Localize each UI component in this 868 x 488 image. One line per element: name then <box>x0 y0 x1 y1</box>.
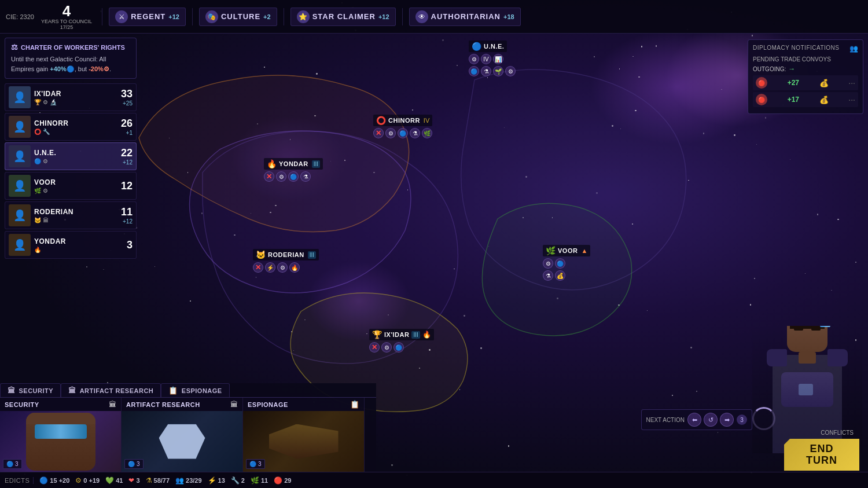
artifact-card-icon: 🏛 <box>230 400 238 409</box>
une-bonus: +12 <box>123 159 133 166</box>
voor-a4: 💰 <box>555 270 565 281</box>
chinorr-icons: ⭕ 🔧 <box>34 129 117 135</box>
security-visor <box>35 424 87 439</box>
espionage-tab-label: ESPIONAGE <box>182 387 222 394</box>
end-turn-button[interactable]: ENDTURN <box>784 439 859 471</box>
chinorr-map-icon: ⭕ <box>376 116 386 125</box>
voor-score: 12 <box>121 180 133 192</box>
industry-stat-val: 0 +19 <box>83 477 100 484</box>
faction-authoritarian[interactable]: 👁 AUTHORITARIAN +18 <box>409 8 521 26</box>
action-6: 🌱 <box>493 66 503 76</box>
yondar-a3: 🔵 <box>288 171 299 182</box>
next-action-prev[interactable]: ⬅ <box>687 413 701 427</box>
une-info: U.N.E. 🔵 ⚙ <box>34 149 117 164</box>
separator-4 <box>402 8 403 25</box>
leader-row-voor[interactable]: 👤 VOOR 🌿 ⚙ 12 <box>5 172 137 200</box>
artifact-badge: 🔵 3 <box>124 459 144 469</box>
chinorr-bonus: +1 <box>126 130 133 136</box>
trade-empire-2: 🔴 <box>756 94 767 105</box>
chinorr-a5: 🌿 <box>422 128 432 138</box>
map-label-une[interactable]: 🔵 U.N.E. ⚙ IV 📊 🔵 ⚗ 🌱 ⚙ <box>469 41 516 76</box>
ixidar-fire: 🔥 <box>422 331 431 339</box>
artifact-tab-label: ARTIFACT RESEARCH <box>80 387 154 394</box>
stat-industry: ⚙ 0 +19 <box>75 476 100 485</box>
ixidar-score-wrap: 33 +25 <box>121 88 133 107</box>
regent-bonus: +12 <box>168 13 179 20</box>
next-action-buttons: ⬅ ↺ ➡ <box>687 413 734 427</box>
trade-dots-1[interactable]: ··· <box>848 78 855 87</box>
leader-row-yondar[interactable]: 👤 YONDAR 🔥 3 <box>5 231 137 259</box>
authoritarian-icon: 👁 <box>415 10 428 23</box>
map-label-yondar[interactable]: 🔥 YONDAR III ✕ ⚙ 🔵 ⚗ <box>264 158 323 182</box>
faction-culture[interactable]: 🎭 CULTURE +2 <box>199 8 277 26</box>
roderian-map-name: RODERIAN <box>268 251 304 258</box>
voor-a1: ⚙ <box>543 258 553 269</box>
leader-row-ixidar[interactable]: 👤 IX'IDAR 🏆 ⚙ 🔬 33 +25 <box>5 83 137 111</box>
artifact-tab-icon: 🏛 <box>68 386 76 395</box>
trade-dots-2[interactable]: ··· <box>848 95 855 104</box>
separator-3 <box>284 8 284 25</box>
map-label-roderian[interactable]: 🐱 RODERIAN III ✕ ⚡ ⚙ 🔥 <box>253 249 319 273</box>
regent-icon: ⚔ <box>115 10 128 23</box>
yondar-icons: 🔥 <box>34 247 123 253</box>
map-label-ixidar[interactable]: 🏆 IX'IDAR III 🔥 ✕ ⚙ 🔵 <box>369 329 434 353</box>
faction-regent[interactable]: ⚔ REGENT +12 <box>109 8 186 26</box>
artifact-card-img: 🔵 3 <box>122 411 242 472</box>
action-3: 📊 <box>493 54 503 64</box>
ixidar-actions: ✕ ⚙ 🔵 <box>369 342 404 353</box>
espionage-card[interactable]: ESPIONAGE 📋 🔵 3 <box>243 398 365 472</box>
chinorr-a2: ⚙ <box>385 128 396 138</box>
loading-circle <box>752 407 775 430</box>
tab-artifact[interactable]: 🏛 ARTIFACT RESEARCH <box>61 383 161 397</box>
espionage-badge: 🔵 3 <box>246 459 265 469</box>
char-shoulder-left <box>767 349 787 366</box>
une-map-name: U.N.E. <box>484 43 504 50</box>
pending-trade-label: PENDING TRADE CONVOYS <box>753 56 858 63</box>
leader-row-chinorr[interactable]: 👤 CHINORR ⭕ 🔧 26 +1 <box>5 113 137 141</box>
turns-display: 4 YEARS TO COUNCIL 17/25 <box>41 3 92 30</box>
next-action-refresh[interactable]: ↺ <box>704 413 718 427</box>
separator-1 <box>102 8 102 25</box>
artifact-card-header: ARTIFACT RESEARCH 🏛 <box>122 398 242 411</box>
energy-stat-val: 13 <box>218 477 225 484</box>
security-card[interactable]: SECURITY 🏛 🔵 3 <box>0 398 122 472</box>
ships-stat-val: 2 <box>241 477 245 484</box>
research-stat-val: 58/77 <box>154 477 170 484</box>
espionage-card-img: 🔵 3 <box>243 411 364 472</box>
turn-sub: 17/25 <box>60 24 73 30</box>
voor-actions2: ⚗ 💰 <box>543 270 565 281</box>
charter-icon: ⚖ <box>11 43 18 52</box>
culture-icon: 🎭 <box>205 10 218 23</box>
edicts-label: EDICTS <box>5 477 34 484</box>
faction-starclaimer[interactable]: ⭐ STAR CLAIMER +12 <box>290 8 396 26</box>
chinorr-score: 26 <box>121 118 133 130</box>
artifact-card-title: ARTIFACT RESEARCH <box>126 401 227 408</box>
une-score: 22 <box>121 147 133 159</box>
culture-name: CULTURE <box>221 12 260 21</box>
chinorr-avatar: 👤 <box>9 116 31 138</box>
ixidar-a2: ⚙ <box>381 342 392 353</box>
tab-security[interactable]: 🏛 SECURITY <box>0 383 61 397</box>
leader-row-une[interactable]: 👤 U.N.E. 🔵 ⚙ 22 +12 <box>5 142 137 170</box>
espionage-badge-num: 3 <box>258 461 262 467</box>
conflicts-label: CONFLICTS <box>821 430 854 436</box>
char-eye-left <box>794 326 803 331</box>
stat-money: 💚 41 <box>105 476 123 485</box>
trade-row-1[interactable]: 🔴 +27 💰 ··· <box>753 75 858 90</box>
trade-row-2[interactable]: 🔴 +17 💰 ··· <box>753 92 858 107</box>
ixidar-tier: III <box>411 331 420 339</box>
diplomacy-title: DIPLOMACY NOTIFICATIONS <box>753 45 839 53</box>
next-action-next[interactable]: ➡ <box>720 413 734 427</box>
map-label-voor[interactable]: 🌿 VOOR ▲ ⚙ 🔵 ⚗ 💰 <box>543 245 590 281</box>
espionage-card-icon: 📋 <box>350 400 359 409</box>
regent-name: REGENT <box>131 12 165 21</box>
leader-row-roderian[interactable]: 👤 RODERIAN 🐱 🏛 11 +12 <box>5 201 137 229</box>
map-label-chinorr[interactable]: ⭕ CHINORR IV ✕ ⚙ 🔵 ⚗ 🌿 <box>373 115 432 138</box>
artifact-card[interactable]: ARTIFACT RESEARCH 🏛 🔵 3 <box>122 398 243 472</box>
trade-icon-2: 💰 <box>819 96 829 104</box>
turn-label: YEARS TO COUNCIL <box>41 19 92 24</box>
food-stat-icon: 🌿 <box>251 476 259 485</box>
tab-espionage[interactable]: 📋 ESPIONAGE <box>161 383 229 397</box>
security-card-header: SECURITY 🏛 <box>0 398 121 411</box>
starclaimer-bonus: +12 <box>378 13 389 20</box>
